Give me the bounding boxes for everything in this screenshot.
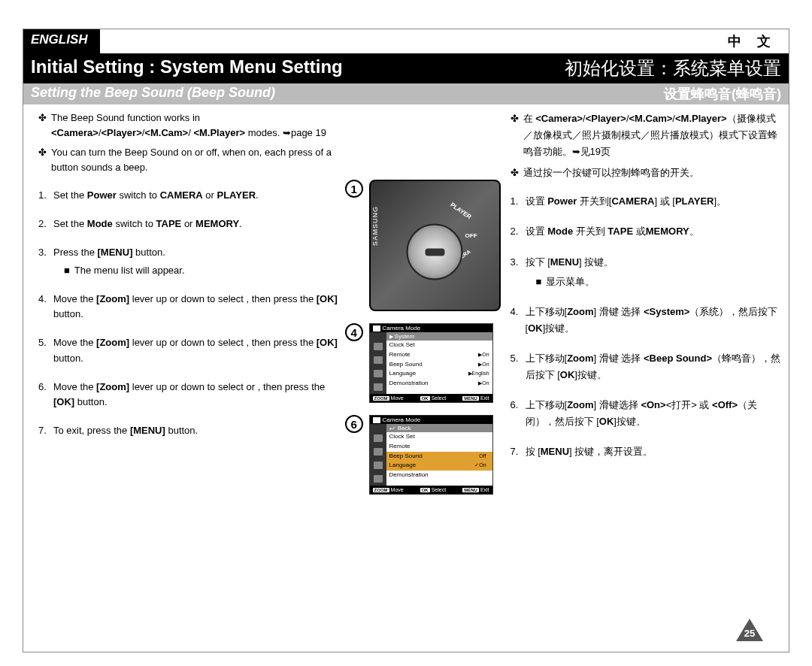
menu-row: Beep Sound▶On [386,360,492,370]
step-body: Set the Power switch to CAMERA or PLAYER… [53,188,259,203]
english-bullet-list: ✤The Beep Sound function works in <Camer… [38,110,339,176]
step-text: Press the [MENU] button. [53,247,165,258]
menu4-title: Camera Mode [383,325,421,331]
menu4-main: ▶System Clock SetRemote▶OnBeep Sound▶OnL… [386,332,492,394]
step-body: 上下移动[Zoom] 滑键 选择 <Beep Sound>（蜂鸣音），然后按下 … [526,350,783,383]
step-body: Move the [Zoom] lever up or down to sele… [53,380,339,410]
figure-6-number-icon: 6 [345,415,363,433]
step-text: Set the Power switch to CAMERA or PLAYER… [53,189,259,201]
menu-footer-label: MENU [462,488,479,492]
play-icon: ▶ [389,334,393,339]
menu6-body: ⮐ Back Clock SetRemoteBeep SoundOffLangu… [370,424,492,486]
step-number: 2. [38,216,53,232]
step-number: 5. [511,350,526,383]
film-icon [373,325,380,331]
english-column: ✤The Beep Sound function works in <Camer… [23,104,345,480]
step-body: Move the [Zoom] lever up or down to sele… [53,335,339,365]
back-arrow-icon: ⮐ [389,425,395,431]
step-body: 按 [MENU] 按键，离开设置。 [526,443,653,460]
step-number: 1. [511,193,526,210]
film-icon [373,417,380,423]
figure-4: 4 Camera Mode [345,323,503,403]
figure-6: 6 Camera Mode [345,415,503,495]
menu-row: Language▶English [386,369,492,379]
menu6-footer: ZOOM Move OK Select MENU Exit [370,486,492,494]
sub-bullet: ■The menu list will appear. [53,263,185,278]
menu-row-value: ▶On [478,350,489,360]
bullet-text: 通过按一个按键可以控制蜂鸣音的开关。 [523,165,699,181]
menu-row: Demonstration▶On [386,379,492,389]
menu-row: Beep SoundOff [386,452,492,462]
step-item: 1.设置 Power 开关到[CAMERA] 或 [PLAYER]。 [511,193,783,210]
subtitle-english: Setting the Beep Sound (Beep Sound) [31,85,275,103]
menu-row: Remote [386,442,492,452]
bullet-icon: ✤ [511,110,519,160]
step-number: 6. [38,380,53,410]
menu-row-value: ▶English [468,369,489,379]
menu-row-label: Language [389,461,417,471]
language-english-label: ENGLISH [23,29,100,53]
sidebar-icon [374,356,383,364]
subtitle-bar: Setting the Beep Sound (Beep Sound) 设置蜂鸣… [23,83,789,104]
language-chinese-label: 中 文 [716,29,789,53]
step-number: 6. [511,397,526,430]
step-text: Move the [Zoom] lever up or down to sele… [53,293,338,319]
step-item: 3.按下 [MENU] 按键。■显示菜单。 [511,254,783,290]
bullet-item: ✤在 <Camera>/<Player>/<M.Cam>/<M.Player>（… [511,110,783,160]
menu6-rows: Clock SetRemoteBeep SoundOffLanguage✓OnD… [386,432,492,480]
step-text: Move the [Zoom] lever up or down to sele… [53,381,325,407]
sidebar-icon [374,434,383,442]
bullet-icon: ✤ [38,110,47,141]
menu-footer-label: MENU [462,396,479,401]
menu-row-label: Remote [389,350,411,360]
sidebar-icon [374,462,383,469]
dial-label-player: PLAYER [449,201,472,221]
menu6-header: Camera Mode [370,416,492,424]
menu-screen-4: Camera Mode ▶System [369,323,493,403]
step-body: 上下移动[Zoom] 滑键 选择 <System>（系统），然后按下 [OK]按… [526,304,783,337]
menu-row: Demonstration [386,471,492,480]
step-body: 设置 Mode 开关到 TAPE 或MEMORY。 [526,223,699,240]
step-text: 上下移动[Zoom] 滑键选择 <On><打开> 或 <Off>（关闭），然后按… [526,399,758,427]
square-bullet-icon: ■ [64,263,70,278]
menu-row: Clock Set [386,432,492,442]
step-number: 7. [511,443,526,460]
menu-row-value: ▶On [478,379,489,389]
menu4-rows: Clock SetRemote▶OnBeep Sound▶OnLanguage▶… [386,341,492,389]
menu-row-label: Clock Set [389,341,415,350]
square-bullet-icon: ■ [536,274,542,290]
step-item: 7.按 [MENU] 按键，离开设置。 [511,443,783,460]
menu-row-label: Remote [389,442,411,452]
menu-row-value: Off [476,452,489,462]
menu-row-value: ✓On [471,461,489,471]
step-item: 5.上下移动[Zoom] 滑键 选择 <Beep Sound>（蜂鸣音），然后按… [511,350,783,383]
step-number: 5. [38,335,53,365]
step-text: 上下移动[Zoom] 滑键 选择 <System>（系统），然后按下 [OK]按… [526,306,778,334]
chinese-bullet-list: ✤在 <Camera>/<Player>/<M.Cam>/<M.Player>（… [511,110,783,181]
step-item: 5.Move the [Zoom] lever up or down to se… [38,335,339,365]
step-item: 2.Set the Mode switch to TAPE or MEMORY. [38,216,339,232]
step-number: 1. [38,188,53,203]
sidebar-icon [374,475,383,483]
menu-row: Remote▶On [386,350,492,360]
figure-4-number-icon: 4 [345,323,363,341]
step-body: Set the Mode switch to TAPE or MEMORY. [53,216,242,232]
step-text: 按下 [MENU] 按键。 [526,256,614,268]
menu-row-label: Clock Set [389,432,415,442]
menu-row-label: Language [389,369,417,379]
step-item: 6.Move the [Zoom] lever up or down to se… [38,380,339,410]
ok-footer-label: OK [420,488,430,492]
step-number: 7. [38,423,53,438]
sub-bullet-text: The menu list will appear. [74,263,185,278]
step-number: 2. [511,223,526,240]
menu-row-label: Beep Sound [389,452,423,462]
menu-row: Clock Set [386,341,492,350]
figure-1-number-icon: 1 [345,180,363,198]
menu4-sidebar [370,332,386,394]
dial-label-off: OFF [465,232,477,239]
step-number: 4. [511,304,526,337]
bullet-icon: ✤ [38,145,47,175]
zoom-footer-label: ZOOM [373,488,389,492]
step-body: 按下 [MENU] 按键。■显示菜单。 [526,254,614,290]
step-text: 上下移动[Zoom] 滑键 选择 <Beep Sound>（蜂鸣音），然后按下 … [526,353,781,380]
